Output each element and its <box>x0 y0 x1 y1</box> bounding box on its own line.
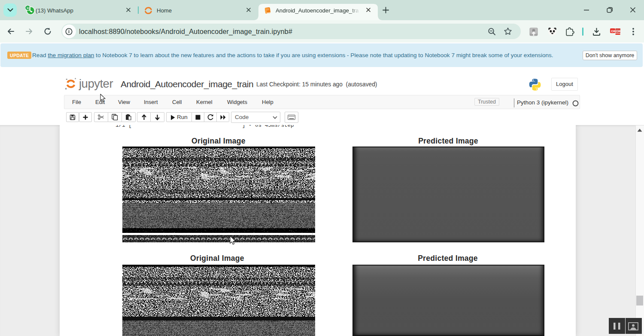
svg-text:OK: OK <box>611 29 616 33</box>
svg-text:13: 13 <box>26 6 30 10</box>
svg-text:OK: OK <box>616 29 621 33</box>
